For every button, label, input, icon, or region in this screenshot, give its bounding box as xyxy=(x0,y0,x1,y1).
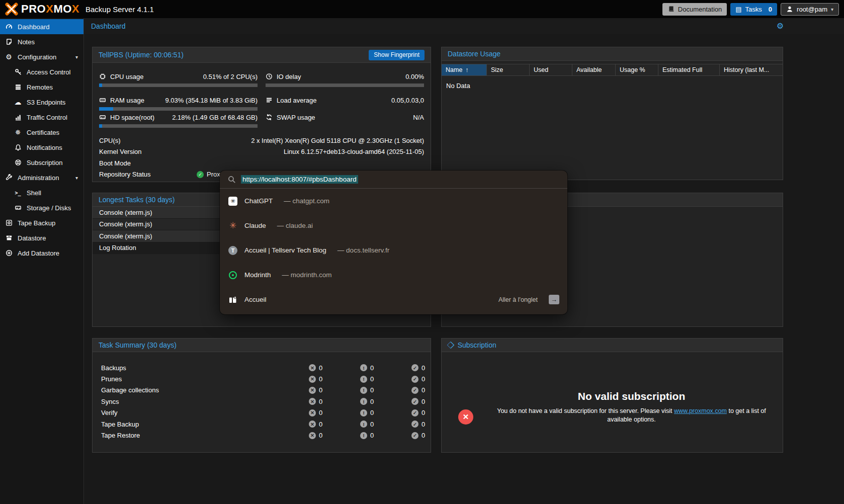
tape-icon xyxy=(5,219,13,226)
summary-row-garbage-collections[interactable]: Garbage collections ✕0 !0 ✓0 xyxy=(93,385,431,396)
io-progressbar xyxy=(266,83,424,87)
brand-text: PROXMOX xyxy=(21,3,79,16)
sidebar-item-remotes[interactable]: Remotes xyxy=(0,79,83,95)
sidebar-item-subscription[interactable]: Subscription xyxy=(0,155,83,170)
sidebar-item-notifications[interactable]: Notifications xyxy=(0,140,83,155)
summary-row-verify[interactable]: Verify ✕0 !0 ✓0 xyxy=(93,407,431,418)
sidebar-item-label: Datastore xyxy=(18,234,46,242)
tasks-button[interactable]: ▤ Tasks 0 xyxy=(730,3,777,16)
proxmox-x-icon xyxy=(5,3,18,16)
summary-row-syncs[interactable]: Syncs ✕0 !0 ✓0 xyxy=(93,396,431,407)
go-to-tab-label: Aller à l'onglet xyxy=(498,296,538,303)
ok-circle-icon: ✓ xyxy=(411,432,418,439)
summary-row-tape-backup[interactable]: Tape Backup ✕0 !0 ✓0 xyxy=(93,418,431,430)
sidebar-item-s3-endpoints[interactable]: ☁ S3 Endpoints xyxy=(0,95,83,110)
column-header-used[interactable]: Used xyxy=(530,64,572,75)
ok-circle-icon: ✓ xyxy=(411,364,418,371)
column-header-available[interactable]: Available xyxy=(572,64,616,75)
page-title: Dashboard xyxy=(91,22,126,30)
warning-count: 0 xyxy=(370,409,374,416)
sidebar-item-label: Tape Backup xyxy=(18,219,55,227)
sidebar-item-shell[interactable]: >_ Shell xyxy=(0,185,83,200)
swap-refresh-icon xyxy=(266,114,273,121)
suggestion-tellserv[interactable]: T Accueil | Tellserv Tech Blog — docs.te… xyxy=(220,238,567,263)
dashboard-gauge-icon xyxy=(5,23,13,30)
panel-title: Longest Tasks (30 days) xyxy=(99,196,175,204)
gauge-value: 0.00% xyxy=(405,73,424,80)
sidebar-item-configuration[interactable]: ⚙ Configuration ▾ xyxy=(0,49,83,64)
subscription-tag-icon: ❒ xyxy=(446,341,455,350)
suggestion-chatgpt[interactable]: ✳ ChatGPT — chatgpt.com xyxy=(220,189,567,213)
sidebar-item-notes[interactable]: Notes xyxy=(0,34,83,49)
summary-row-prunes[interactable]: Prunes ✕0 !0 ✓0 xyxy=(93,373,431,384)
sidebar-item-add-datastore[interactable]: Add Datastore xyxy=(0,245,83,261)
sidebar-item-label: Remotes xyxy=(27,83,53,91)
traffic-chart-icon xyxy=(14,114,22,121)
chevron-down-icon: ▾ xyxy=(831,7,833,12)
top-bar: PROXMOX Backup Server 4.1.1 Documentatio… xyxy=(0,0,844,18)
go-to-tab-arrow-icon[interactable]: → xyxy=(549,295,559,304)
hdd-icon xyxy=(99,114,106,121)
summary-label: Syncs xyxy=(101,398,119,405)
suggestion-modrinth[interactable]: Modrinth — modrinth.com xyxy=(220,263,567,287)
datastore-usage-panel: Datastore Usage Name ↑ Size Used Availab… xyxy=(441,47,783,180)
sidebar-item-tape-backup[interactable]: Tape Backup xyxy=(0,215,83,230)
column-header-name[interactable]: Name ↑ xyxy=(442,64,487,75)
user-menu-button[interactable]: root@pam ▾ xyxy=(781,3,839,16)
error-circle-icon: ✕ xyxy=(309,398,316,405)
caret-down-icon: ▾ xyxy=(75,54,78,60)
urlbar-input-row[interactable]: https://localhost:8007/#pbsDashboard xyxy=(220,171,567,189)
dashboard-settings-gear-icon[interactable]: ⚙ xyxy=(777,21,784,31)
sidebar-item-label: Dashboard xyxy=(18,23,50,31)
ram-progressbar xyxy=(99,107,258,111)
error-circle-icon: ✕ xyxy=(309,376,316,383)
documentation-button[interactable]: Documentation xyxy=(662,3,727,16)
suggestion-domain: — claude.ai xyxy=(277,222,313,229)
wrench-icon xyxy=(5,174,13,181)
warning-count: 0 xyxy=(370,364,374,372)
error-circle-icon: ✕ xyxy=(309,409,316,416)
sidebar-item-label: Certificates xyxy=(27,129,59,136)
ok-circle-icon: ✓ xyxy=(411,376,418,383)
sidebar-item-traffic-control[interactable]: Traffic Control xyxy=(0,110,83,125)
gauge-value: 0.05,0.03,0 xyxy=(391,97,424,104)
column-header-history[interactable]: History (last M... xyxy=(720,64,783,75)
info-value: Linux 6.12.57+deb13-cloud-amd64 (2025-11… xyxy=(284,148,424,155)
sidebar-item-dashboard[interactable]: Dashboard xyxy=(0,19,83,34)
suggestion-domain: — chatgpt.com xyxy=(284,197,329,205)
node-status-panel: TellPBS (Uptime: 00:06:51) Show Fingerpr… xyxy=(92,47,431,182)
summary-row-backups[interactable]: Backups ✕0 !0 ✓0 xyxy=(93,362,431,373)
warning-circle-icon: ! xyxy=(360,409,367,416)
sidebar-item-storage-disks[interactable]: Storage / Disks xyxy=(0,200,83,215)
gauge-value: 9.03% (354.18 MiB of 3.83 GiB) xyxy=(165,97,258,104)
sidebar-item-administration[interactable]: Administration ▾ xyxy=(0,170,83,185)
summary-label: Garbage collections xyxy=(101,386,159,394)
info-row-bootmode: Boot Mode xyxy=(99,157,424,169)
status-panel-title: TellPBS (Uptime: 00:06:51) xyxy=(99,51,184,59)
proxmox-link[interactable]: www.proxmox.com xyxy=(674,407,727,414)
warning-circle-icon: ! xyxy=(360,421,367,428)
info-label: Repository Status xyxy=(99,171,151,178)
column-header-size[interactable]: Size xyxy=(487,64,530,75)
terminal-icon: >_ xyxy=(14,190,22,196)
ok-count: 0 xyxy=(421,432,425,439)
ok-count: 0 xyxy=(421,364,425,372)
sidebar-item-certificates[interactable]: ✵ Certificates xyxy=(0,125,83,140)
ok-circle-icon: ✓ xyxy=(411,409,418,416)
user-label: root@pam xyxy=(797,6,827,13)
switch-to-tab-row[interactable]: Accueil Aller à l'onglet → xyxy=(220,287,567,312)
sidebar-item-access-control[interactable]: Access Control xyxy=(0,64,83,79)
task-row-label: Console (xterm.js) xyxy=(99,220,152,228)
suggestion-claude[interactable]: ✳ Claude — claude.ai xyxy=(220,213,567,238)
warning-circle-icon: ! xyxy=(360,387,367,394)
url-input-value[interactable]: https://localhost:8007/#pbsDashboard xyxy=(241,175,358,184)
gauge-label: HD space(root) xyxy=(110,114,154,121)
summary-row-tape-restore[interactable]: Tape Restore ✕0 !0 ✓0 xyxy=(93,430,431,441)
browser-urlbar-popup: https://localhost:8007/#pbsDashboard ✳ C… xyxy=(220,171,567,314)
gauge-label: RAM usage xyxy=(110,97,144,104)
subscription-panel: ❒ Subscription ✕ No valid subscription Y… xyxy=(441,338,783,453)
sidebar-item-datastore[interactable]: Datastore xyxy=(0,230,83,245)
column-header-usage-pct[interactable]: Usage % xyxy=(616,64,658,75)
column-header-estimated-full[interactable]: Estimated Full xyxy=(658,64,720,75)
show-fingerprint-button[interactable]: Show Fingerprint xyxy=(369,50,425,60)
